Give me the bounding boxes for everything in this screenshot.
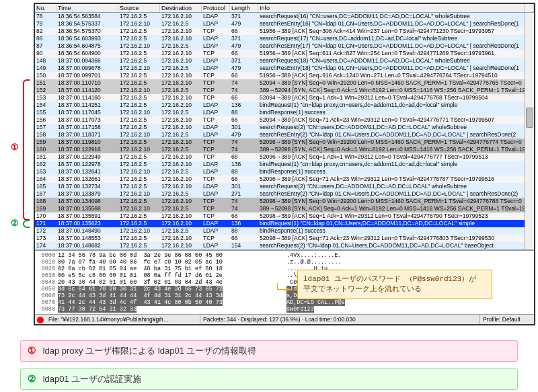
packet-row[interactable]: 16018:37:00.122916172.16.2.10172.16.2.5T… xyxy=(35,146,534,153)
packet-row[interactable]: 8718:36:54.604875172.16.2.10172.16.2.5LD… xyxy=(35,42,534,50)
hex-dump-pane[interactable]: 000000100020003000400050006000700080 12 … xyxy=(35,251,534,314)
packet-row[interactable]: 15618:37:00.117073172.16.2.5172.16.2.10T… xyxy=(35,116,534,124)
vertical-scrollbar[interactable] xyxy=(525,13,534,249)
cell-info: bindRequest(1) "CN=ldap 01,CN=Users,DC=A… xyxy=(258,220,534,227)
cell-time: 18:37:00.122949 xyxy=(56,153,118,161)
packet-row[interactable]: 16818:37:00.134098172.16.2.5172.16.2.10T… xyxy=(35,198,534,205)
packet-row[interactable]: 9018:36:54.604900172.16.2.5172.16.2.10TC… xyxy=(35,50,534,57)
cell-src: 172.16.2.5 xyxy=(118,28,160,35)
cell-no: 82 xyxy=(35,28,56,35)
cell-dst: 172.16.2.5 xyxy=(160,227,202,235)
capture-stop-icon[interactable] xyxy=(37,317,44,323)
packet-row[interactable]: 17218:37:00.148490172.16.2.10172.16.2.5L… xyxy=(35,227,534,235)
cell-src: 172.16.2.5 xyxy=(118,175,160,183)
cell-no: 87 xyxy=(35,42,56,50)
packet-row[interactable]: 15418:37:00.114251172.16.2.5172.16.2.10L… xyxy=(35,102,534,109)
packet-row[interactable]: 15818:37:00.118371172.16.2.10172.16.2.5L… xyxy=(35,131,534,139)
cell-dst: 172.16.2.10 xyxy=(160,212,202,220)
packet-row[interactable]: 16318:37:00.132641172.16.2.10172.16.2.5L… xyxy=(35,168,534,175)
cell-len: 66 xyxy=(230,72,258,79)
packet-row[interactable]: 15018:37:00.099701172.16.2.5172.16.2.10T… xyxy=(35,72,534,79)
col-no[interactable]: No. xyxy=(35,4,56,12)
cell-info: searchResEntry(18) "CN=ldap 01,CN=Users,… xyxy=(258,65,534,72)
packet-row[interactable]: 16718:37:00.133879172.16.2.10172.16.2.5L… xyxy=(35,190,534,198)
cell-no: 86 xyxy=(35,35,56,42)
packet-row[interactable]: 8618:36:54.603993172.16.2.5172.16.2.10LD… xyxy=(35,35,534,42)
status-file[interactable]: File: "¥¥192.168.1.14¥monyo¥Publishing¥g… xyxy=(46,315,200,324)
cell-time: 18:37:00.117045 xyxy=(56,109,118,116)
packet-row[interactable]: 15318:37:00.114160172.16.2.5172.16.2.10T… xyxy=(35,94,534,102)
cell-time: 18:37:00.099701 xyxy=(56,72,118,79)
cell-info: bindRequest(1) "cn=ldap proxy,cn=users,d… xyxy=(258,102,534,109)
cell-info: bindResponse(1) success xyxy=(258,168,534,175)
col-time[interactable]: Time xyxy=(56,4,118,12)
packet-row[interactable]: 7818:36:54.563584172.16.2.5172.16.2.10LD… xyxy=(35,13,534,20)
cell-src: 172.16.2.5 xyxy=(118,72,160,79)
cell-info: 52096→389 [SYN] Seq=0 Win=29200 Len=0 MS… xyxy=(258,139,534,146)
packet-row[interactable]: 15118:37:00.110710172.16.2.5172.16.2.10T… xyxy=(35,79,534,87)
cell-time: 18:37:00.099678 xyxy=(56,65,118,72)
cell-time: 18:37:00.133879 xyxy=(56,190,118,198)
packet-row[interactable]: 16118:37:00.122949172.16.2.5172.16.2.10T… xyxy=(35,153,534,161)
status-profile[interactable]: Profile: Default xyxy=(480,315,534,324)
packet-row[interactable]: 14918:37:00.099678172.16.2.10172.16.2.5L… xyxy=(35,65,534,72)
cell-proto: LDAP xyxy=(202,42,230,50)
cell-info: searchResEntry(17) "CN=ldap 01,CN=Users,… xyxy=(258,42,534,50)
col-src[interactable]: Source xyxy=(118,4,160,12)
packet-row[interactable]: 8218:36:54.575370172.16.2.5172.16.2.10TC… xyxy=(35,28,534,35)
cell-no: 159 xyxy=(35,139,56,146)
packet-row[interactable]: 17118:37:00.135623172.16.2.5172.16.2.10L… xyxy=(35,220,534,227)
packet-row[interactable]: 15518:37:00.117045172.16.2.10172.16.2.5L… xyxy=(35,109,534,116)
bracket-2 xyxy=(23,220,30,228)
cell-src: 172.16.2.10 xyxy=(118,109,160,116)
cell-info: 51956→389 [ACK] Seq=916 Ack=1240 Win=271… xyxy=(258,72,534,79)
packet-row[interactable]: 16218:37:00.122978172.16.2.5172.16.2.10L… xyxy=(35,161,534,168)
packet-row[interactable]: 16518:37:00.132734172.16.2.5172.16.2.10L… xyxy=(35,183,534,190)
cell-time: 18:36:54.575370 xyxy=(56,28,118,35)
cell-src: 172.16.2.10 xyxy=(118,131,160,139)
cell-dst: 172.16.2.10 xyxy=(160,35,202,42)
cell-dst: 172.16.2.10 xyxy=(160,139,202,146)
cell-time: 18:37:00.135568 xyxy=(56,205,118,212)
packet-row[interactable]: 7918:36:54.575337172.16.2.10172.16.2.5LD… xyxy=(35,20,534,28)
cell-src: 172.16.2.5 xyxy=(118,124,160,131)
packet-row[interactable]: 14818:37:00.094366172.16.2.5172.16.2.10L… xyxy=(35,57,534,65)
cell-dst: 172.16.2.10 xyxy=(160,235,202,242)
bracket-1 xyxy=(23,79,30,221)
cell-src: 172.16.2.10 xyxy=(118,168,160,175)
packet-row[interactable]: 17318:37:00.148553172.16.2.5172.16.2.10T… xyxy=(35,235,534,242)
col-len[interactable]: Length xyxy=(230,4,258,12)
cell-src: 172.16.2.5 xyxy=(118,198,160,205)
callout-line2: 平文でネットワーク上を流れている xyxy=(303,284,486,295)
cell-proto: TCP xyxy=(202,235,230,242)
cell-src: 172.16.2.5 xyxy=(118,50,160,57)
cell-len: 136 xyxy=(230,161,258,168)
packet-row[interactable]: 17418:37:00.148682172.16.2.5172.16.2.10L… xyxy=(35,242,534,249)
col-dst[interactable]: Destination xyxy=(160,4,202,12)
packet-row[interactable]: 16918:37:00.135568172.16.2.10172.16.2.5T… xyxy=(35,205,534,212)
cell-no: 169 xyxy=(35,205,56,212)
cell-proto: LDAP xyxy=(202,131,230,139)
packet-row[interactable]: 17018:37:00.135591172.16.2.5172.16.2.10T… xyxy=(35,212,534,220)
packet-row[interactable]: 15718:37:00.117158172.16.2.5172.16.2.10L… xyxy=(35,124,534,131)
cell-time: 18:37:00.117073 xyxy=(56,116,118,124)
packet-row[interactable]: 15918:37:00.119810172.16.2.5172.16.2.10T… xyxy=(35,139,534,146)
packet-list-header: No. Time Source Destination Protocol Len… xyxy=(35,4,534,13)
note-1: ① ldap proxy ユーザ権限による ldap01 ユーザの情報取得 xyxy=(20,340,518,362)
cell-info: 52098→389 [ACK] Seq=1 Ack=1 Win=29312 Le… xyxy=(258,212,534,220)
cell-no: 174 xyxy=(35,242,56,249)
packet-row[interactable]: 15218:37:00.114120172.16.2.10172.16.2.5T… xyxy=(35,87,534,94)
col-info[interactable]: Info xyxy=(258,4,525,12)
col-proto[interactable]: Protocol xyxy=(202,4,230,12)
cell-len: 66 xyxy=(230,50,258,57)
status-bar: File: "¥¥192.168.1.14¥monyo¥Publishing¥g… xyxy=(35,314,534,324)
scrollbar-thumb[interactable] xyxy=(526,108,533,128)
cell-src: 172.16.2.5 xyxy=(118,102,160,109)
cell-len: 74 xyxy=(230,79,258,87)
cell-no: 78 xyxy=(35,13,56,20)
packet-row[interactable]: 16418:37:00.132661172.16.2.5172.16.2.10T… xyxy=(35,175,534,183)
cell-dst: 172.16.2.5 xyxy=(160,190,202,198)
cell-time: 18:37:00.132641 xyxy=(56,168,118,175)
packet-list[interactable]: ① ② 7818:36:54.563584172.16.2.5172.16.2.… xyxy=(35,13,534,249)
cell-time: 18:37:00.134098 xyxy=(56,198,118,205)
